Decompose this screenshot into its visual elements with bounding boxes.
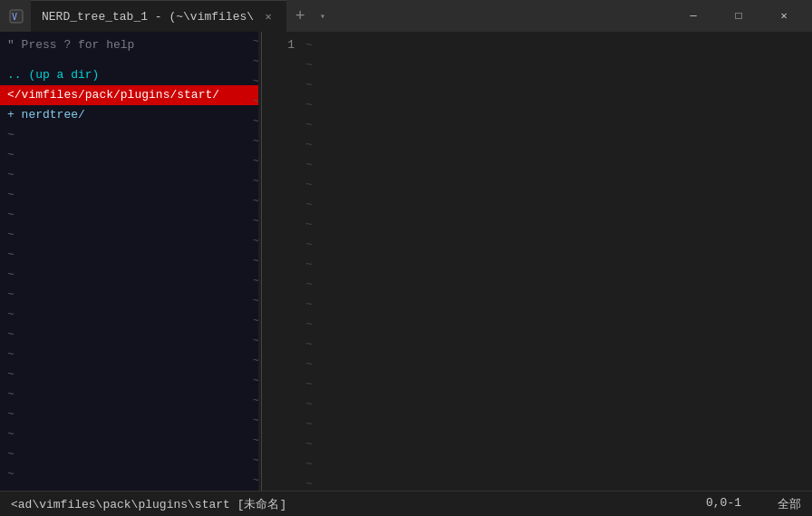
tilde-line-12: ~ bbox=[0, 345, 258, 365]
nerdtree-empty-line bbox=[0, 55, 258, 65]
tilde-line-1: ~ bbox=[0, 125, 258, 145]
statusbar-scroll: 全部 bbox=[778, 496, 801, 512]
tilde-line-2: ~ bbox=[0, 145, 258, 165]
nerdtree-dir-line[interactable]: + nerdtree/ bbox=[0, 105, 258, 125]
close-button[interactable]: ✕ bbox=[763, 0, 805, 32]
tilde-line-11: ~ bbox=[0, 325, 258, 345]
add-tab-button[interactable]: + bbox=[286, 0, 314, 32]
tab-label: NERD_tree_tab_1 - (~\vimfiles\ bbox=[42, 10, 254, 24]
tilde-line-13: ~ bbox=[0, 365, 258, 385]
tilde-line-18: ~ bbox=[0, 464, 258, 484]
editor-tilde-9: ~ bbox=[302, 195, 812, 215]
tab-dropdown-button[interactable]: ▾ bbox=[314, 0, 332, 32]
editor-tilde-14: ~ bbox=[302, 295, 812, 315]
main-area: " Press ? for help .. (up a dir) </vimfi… bbox=[0, 32, 812, 491]
editor-tilde-1: ~ bbox=[302, 35, 812, 55]
editor-tilde-16: ~ bbox=[302, 335, 812, 355]
statusbar-position: 0,0-1 bbox=[706, 496, 741, 512]
line-number-1: 1 bbox=[266, 35, 295, 55]
tilde-line-17: ~ bbox=[0, 444, 258, 464]
editor-tilde-4: ~ bbox=[302, 95, 812, 115]
editor-tilde-23: ~ bbox=[302, 474, 812, 491]
tab-bar: NERD_tree_tab_1 - (~\vimfiles\ ✕ + ▾ bbox=[31, 0, 672, 32]
editor-tilde-2: ~ bbox=[302, 55, 812, 75]
tilde-line-6: ~ bbox=[0, 225, 258, 245]
editor-tilde-11: ~ bbox=[302, 235, 812, 255]
editor-tilde-18: ~ bbox=[302, 375, 812, 394]
editor-panel[interactable]: 1 ~ ~ ~ ~ ~ ~ ~ ~ ~ ~ ~ ~ ~ ~ ~ ~ ~ ~ ~ … bbox=[266, 32, 812, 491]
statusbar-path: <ad\vimfiles\pack\plugins\start [未命名] bbox=[11, 496, 286, 512]
minimize-button[interactable]: ─ bbox=[672, 0, 714, 32]
svg-text:V: V bbox=[12, 12, 17, 22]
titlebar: V NERD_tree_tab_1 - (~\vimfiles\ ✕ + ▾ ─… bbox=[0, 0, 812, 32]
editor-tilde-15: ~ bbox=[302, 315, 812, 335]
line-numbers: 1 bbox=[266, 32, 302, 491]
tilde-line-8: ~ bbox=[0, 265, 258, 285]
editor-tilde-21: ~ bbox=[302, 434, 812, 454]
tilde-line-15: ~ bbox=[0, 404, 258, 424]
tilde-line-9: ~ bbox=[0, 285, 258, 305]
nerdtree-panel[interactable]: " Press ? for help .. (up a dir) </vimfi… bbox=[0, 32, 258, 491]
editor-tilde-20: ~ bbox=[302, 414, 812, 434]
editor-tilde-3: ~ bbox=[302, 75, 812, 95]
tilde-line-14: ~ bbox=[0, 385, 258, 404]
editor-tilde-17: ~ bbox=[302, 355, 812, 375]
nerdtree-selected-line[interactable]: </vimfiles/pack/plugins/start/ bbox=[0, 85, 258, 105]
tab-nerd-tree[interactable]: NERD_tree_tab_1 - (~\vimfiles\ ✕ bbox=[31, 0, 286, 32]
window-controls: ─ □ ✕ bbox=[672, 0, 805, 32]
tilde-line-10: ~ bbox=[0, 305, 258, 325]
nerdtree-comment-line: " Press ? for help bbox=[0, 35, 258, 55]
editor-tilde-13: ~ bbox=[302, 275, 812, 295]
statusbar-right: 0,0-1 全部 bbox=[706, 496, 801, 512]
statusbar: <ad\vimfiles\pack\plugins\start [未命名] 0,… bbox=[0, 491, 812, 516]
maximize-button[interactable]: □ bbox=[718, 0, 759, 32]
nerdtree-up-dir-line[interactable]: .. (up a dir) bbox=[0, 65, 258, 85]
app-icon: V bbox=[7, 7, 25, 25]
editor-tilde-22: ~ bbox=[302, 454, 812, 474]
tilde-line-16: ~ bbox=[0, 424, 258, 444]
tilde-line-7: ~ bbox=[0, 245, 258, 265]
editor-tilde-10: ~ bbox=[302, 215, 812, 235]
panel-divider[interactable] bbox=[258, 32, 266, 491]
tilde-line-19: ~ bbox=[0, 484, 258, 491]
editor-content[interactable]: ~ ~ ~ ~ ~ ~ ~ ~ ~ ~ ~ ~ ~ ~ ~ ~ ~ ~ ~ ~ … bbox=[302, 32, 812, 491]
tilde-line-3: ~ bbox=[0, 165, 258, 185]
editor-tilde-6: ~ bbox=[302, 135, 812, 155]
tab-close-button[interactable]: ✕ bbox=[261, 9, 276, 24]
editor-tilde-7: ~ bbox=[302, 155, 812, 175]
tilde-line-5: ~ bbox=[0, 205, 258, 225]
editor-tilde-19: ~ bbox=[302, 394, 812, 414]
editor-tilde-5: ~ bbox=[302, 115, 812, 135]
editor-tilde-8: ~ bbox=[302, 175, 812, 195]
nerdtree-content: " Press ? for help .. (up a dir) </vimfi… bbox=[0, 32, 258, 491]
editor-tilde-12: ~ bbox=[302, 255, 812, 275]
tilde-line-4: ~ bbox=[0, 185, 258, 205]
